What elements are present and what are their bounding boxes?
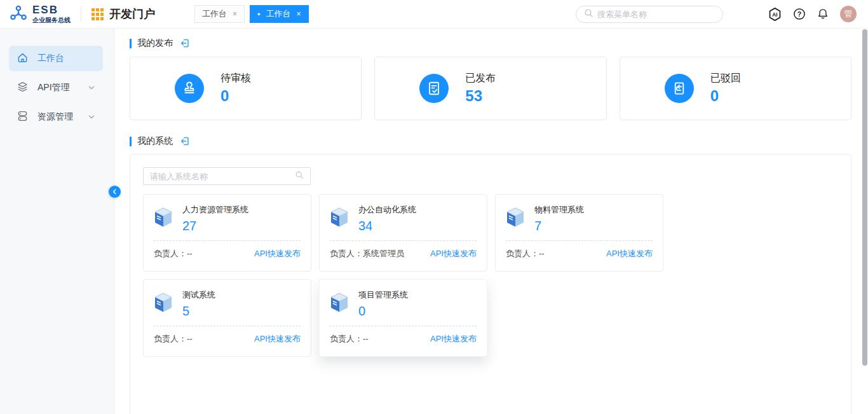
stat-value: 0 — [220, 87, 251, 105]
tab-label: 工作台 — [266, 8, 291, 20]
app-header: ESB 企业服务总线 开发门户 工作台 × • 工作台 × — [0, 0, 868, 29]
notifications-bell-icon[interactable] — [817, 8, 829, 20]
api-quick-publish-link[interactable]: API快速发布 — [430, 333, 477, 345]
system-api-count: 0 — [358, 304, 408, 319]
esb-logo: ESB 企业服务总线 — [9, 3, 71, 25]
layers-icon — [17, 81, 29, 95]
dashed-divider — [330, 240, 477, 241]
stat-card-published[interactable]: 已发布 53 — [374, 57, 606, 120]
svg-text:AI: AI — [772, 11, 777, 17]
system-name: 物料管理系统 — [534, 204, 584, 216]
portal-title: 开发门户 — [109, 6, 155, 22]
chevron-left-icon — [111, 188, 118, 195]
chevron-down-icon[interactable] — [88, 84, 95, 92]
svg-text:?: ? — [797, 10, 801, 18]
chevron-down-icon[interactable] — [88, 113, 95, 121]
system-name: 项目管理系统 — [358, 289, 408, 301]
section-title-publish: 我的发布 — [137, 38, 173, 49]
stamp-icon — [175, 74, 204, 103]
system-card[interactable]: 测试系统 5 负责人：-- API快速发布 — [143, 279, 311, 357]
dashed-divider — [154, 326, 301, 326]
api-quick-publish-link[interactable]: API快速发布 — [254, 333, 301, 345]
header-divider — [81, 7, 81, 21]
database-icon — [17, 110, 29, 124]
system-owner: 负责人：-- — [506, 248, 545, 259]
system-box-icon — [330, 293, 349, 315]
active-dot-icon: • — [257, 10, 261, 18]
tab-label: 工作台 — [202, 8, 227, 20]
menu-search-input[interactable] — [597, 10, 715, 19]
system-api-count: 5 — [182, 304, 215, 319]
tab-close-icon[interactable]: × — [297, 10, 301, 18]
system-owner: 负责人：系统管理员 — [330, 248, 404, 259]
system-name: 办公自动化系统 — [358, 204, 416, 216]
system-card[interactable]: 项目管理系统 0 负责人：-- API快速发布 — [319, 279, 487, 357]
publish-section-header: 我的发布 — [130, 38, 851, 49]
main-content: 我的发布 待审核 0 — [114, 29, 868, 414]
stat-value: 53 — [465, 87, 496, 105]
api-quick-publish-link[interactable]: API快速发布 — [430, 248, 477, 259]
systems-section-header: 我的系统 — [130, 135, 851, 147]
sidebar: 工作台 API管理 — [0, 29, 114, 414]
sidebar-collapse-button[interactable] — [109, 186, 121, 198]
system-box-icon — [330, 207, 349, 230]
dashed-divider — [506, 240, 653, 241]
accent-bar — [130, 39, 132, 48]
tab-bar: 工作台 × • 工作台 × — [194, 5, 309, 23]
system-search[interactable] — [143, 167, 311, 185]
logo-title: ESB — [32, 4, 71, 17]
search-icon — [584, 8, 593, 20]
system-search-input[interactable] — [150, 172, 295, 181]
system-card[interactable]: 人力资源管理系统 27 负责人：-- API快速发布 — [143, 194, 311, 272]
system-api-count: 7 — [534, 219, 584, 233]
tab-workbench-active[interactable]: • 工作台 × — [250, 5, 309, 23]
export-icon[interactable] — [180, 136, 190, 146]
app-body: 工作台 API管理 — [0, 29, 868, 414]
system-name: 人力资源管理系统 — [182, 204, 248, 216]
sidebar-item-label: 工作台 — [37, 53, 64, 64]
tab-workbench-inactive[interactable]: 工作台 × — [194, 5, 245, 23]
stat-card-pending-review[interactable]: 待审核 0 — [130, 57, 362, 120]
home-icon — [17, 52, 29, 66]
system-owner: 负责人：-- — [330, 333, 369, 345]
tab-close-icon[interactable]: × — [233, 10, 237, 18]
section-title-systems: 我的系统 — [137, 135, 173, 147]
system-card[interactable]: 物料管理系统 7 负责人：-- API快速发布 — [495, 194, 663, 272]
network-logo-icon — [9, 3, 28, 25]
export-icon[interactable] — [180, 38, 190, 48]
system-card[interactable]: 办公自动化系统 34 负责人：系统管理员 API快速发布 — [319, 194, 487, 272]
stat-label: 已驳回 — [710, 72, 741, 85]
api-quick-publish-link[interactable]: API快速发布 — [254, 248, 301, 259]
systems-panel: 人力资源管理系统 27 负责人：-- API快速发布 — [130, 154, 851, 414]
system-owner: 负责人：-- — [154, 333, 193, 345]
stat-value: 0 — [710, 87, 741, 105]
sidebar-item-api-management[interactable]: API管理 — [9, 75, 103, 100]
systems-grid: 人力资源管理系统 27 负责人：-- API快速发布 — [143, 194, 838, 357]
sidebar-item-workbench[interactable]: 工作台 — [9, 46, 103, 71]
stats-row: 待审核 0 已发布 53 — [130, 57, 851, 120]
portal-grid-icon — [92, 8, 104, 20]
user-avatar[interactable]: 管 — [840, 6, 857, 22]
system-box-icon — [506, 207, 525, 230]
document-check-icon — [419, 74, 449, 103]
header-icons: AI ? 管 — [768, 6, 857, 22]
return-arrow-icon — [665, 74, 694, 103]
system-box-icon — [154, 293, 173, 315]
sidebar-item-label: API管理 — [37, 82, 70, 93]
sidebar-item-resource-management[interactable]: 资源管理 — [9, 104, 103, 130]
logo-subtitle: 企业服务总线 — [32, 17, 71, 24]
system-name: 测试系统 — [182, 289, 215, 301]
api-quick-publish-link[interactable]: API快速发布 — [606, 248, 653, 259]
menu-search[interactable] — [576, 6, 723, 23]
dashed-divider — [330, 326, 477, 326]
stat-label: 待审核 — [220, 72, 251, 85]
system-box-icon — [154, 207, 173, 230]
help-icon[interactable]: ? — [793, 8, 806, 20]
system-api-count: 34 — [358, 219, 416, 233]
ai-assistant-icon[interactable]: AI — [768, 7, 782, 22]
system-api-count: 27 — [182, 219, 248, 233]
accent-bar — [130, 137, 132, 146]
dashed-divider — [154, 240, 301, 241]
vertical-scrollbar-thumb[interactable] — [862, 29, 867, 366]
stat-card-rejected[interactable]: 已驳回 0 — [620, 57, 851, 120]
